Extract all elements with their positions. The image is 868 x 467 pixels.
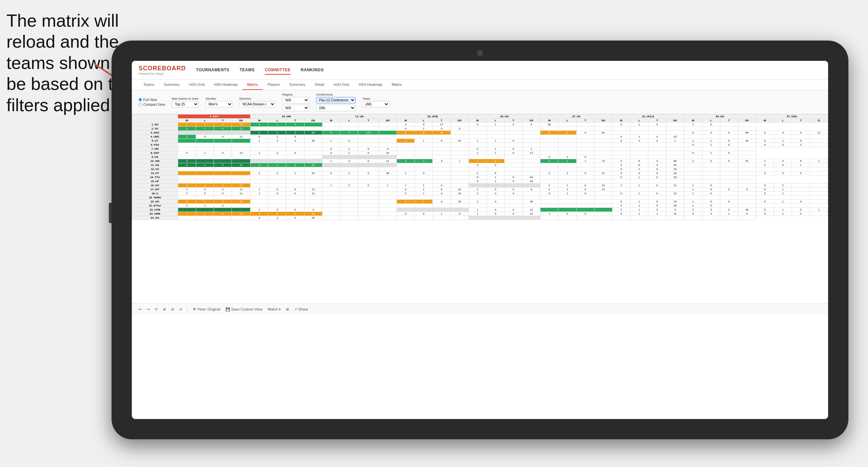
row-unm: 23. UNM	[132, 212, 178, 216]
sub-uo-t: T	[504, 119, 522, 123]
tab-detail[interactable]: Detail	[310, 80, 329, 90]
row-tamu: 19. TAMU	[132, 196, 178, 200]
row-uo: 16. UO	[132, 183, 178, 188]
team-filter: Team (All)	[362, 97, 389, 107]
target-button[interactable]: ⊙	[179, 307, 182, 312]
matrix-corner	[132, 115, 178, 123]
row-u: 18. U	[132, 192, 178, 196]
conference-select-2[interactable]: (All)	[316, 105, 356, 111]
division-label: Division	[239, 97, 275, 100]
sub-ua-l: L	[340, 119, 358, 123]
sub-osu-w: W	[756, 119, 774, 123]
table-row: 10. UW 4 13011 3041 72 04172 25066 12051…	[132, 159, 828, 163]
gender-filter: Gender Men's Women's	[206, 97, 233, 107]
table-row: 11. UA 01010 01010 30 40340 301	[132, 163, 828, 167]
grid-button[interactable]: ⊞	[286, 307, 289, 312]
division-filter: Division NCAA Division I NCAA Division I…	[239, 97, 275, 107]
tab-players[interactable]: Players	[263, 80, 285, 90]
toolbar-sep-1	[187, 306, 188, 312]
sub-uu-w: W	[684, 119, 702, 123]
sub-ucla-dif: Dif	[666, 119, 684, 123]
sub-tabs: Teams Summary H2H Grid H2H Heatmap Matri…	[132, 80, 828, 90]
sub-uo-l: L	[486, 119, 504, 123]
table-row: 22. UCB 1303 14012 0103 03044 0101	[132, 208, 828, 212]
full-view-radio[interactable]: Full View	[139, 98, 165, 102]
table-row: 7. UM 0100 0101	[132, 147, 828, 151]
table-row: 2. VU 12012 0100	[132, 127, 828, 131]
row-ut: 5. UT	[132, 139, 178, 143]
tab-h2h-grid-1[interactable]: H2H Grid	[184, 80, 209, 90]
save-custom-view-button[interactable]: 💾 Save Custom View	[225, 307, 263, 312]
table-row: 8. UAF 01014 120 01015 11011 010	[132, 151, 828, 155]
tab-h2h-heatmap-2[interactable]: H2H Heatmap	[354, 80, 387, 90]
app-header: SCOREBOARD Powered by clippd TOURNAMENTS…	[132, 61, 828, 80]
row-uaf: 8. UAF	[132, 151, 178, 155]
sub-uu-l: L	[702, 119, 720, 123]
sub-su-dif: Dif	[594, 119, 612, 123]
row-asu: 3. ASU	[132, 131, 178, 135]
tab-matrix[interactable]: Matrix	[242, 80, 263, 90]
redo-button[interactable]: ↪	[147, 307, 150, 312]
tab-matrix-2[interactable]: Matrix	[387, 80, 407, 90]
tab-teams[interactable]: Teams	[139, 80, 159, 90]
row-vu: 2. VU	[132, 127, 178, 131]
sub-su-l: L	[558, 119, 576, 123]
team-select[interactable]: (All)	[362, 101, 389, 107]
row-ua: 9. UA	[132, 155, 178, 159]
share-icon: ↗	[294, 307, 297, 312]
sub-uw-t: T	[286, 119, 304, 123]
sub-ucla-w: W	[612, 119, 630, 123]
table-row: 15. UF 01040	[132, 179, 828, 183]
share-button[interactable]: ↗ Share	[294, 307, 308, 312]
sub-asu-dif: Dif	[232, 119, 250, 123]
refresh-button[interactable]: ⟳	[155, 307, 158, 312]
app-logo-sub: Powered by clippd	[139, 72, 186, 75]
tab-summary-1[interactable]: Summary	[159, 80, 184, 90]
tablet-camera	[477, 50, 483, 56]
tab-summary-2[interactable]: Summary	[285, 80, 310, 90]
row-ug: 20. UG	[132, 200, 178, 204]
nav-rankings[interactable]: RANKINGS	[301, 66, 324, 75]
zoom-in-button[interactable]: ⊕	[163, 307, 166, 312]
table-row: 19. TAMU	[132, 196, 828, 200]
tab-h2h-grid-2[interactable]: H2H Grid	[329, 80, 354, 90]
table-row: 6. FSU 010 002	[132, 143, 828, 147]
region-select[interactable]: N/A West East	[282, 97, 309, 103]
col-header-osu: 57. OSU	[756, 115, 828, 119]
sub-ua-w: W	[322, 119, 340, 123]
max-teams-label: Max teams in view	[172, 97, 199, 100]
undo-button[interactable]: ↩	[139, 307, 142, 312]
table-row: 14. TTU 01040 01029	[132, 175, 828, 179]
table-row: 13. UT 22122 02030 10 26 22012 02018 030	[132, 171, 828, 175]
table-row: 23. UNM 200-21 20025 0010 10010 100 0111…	[132, 212, 828, 216]
table-row: 21. ETSU 010 01034 10	[132, 204, 828, 208]
eye-icon: 👁	[193, 307, 196, 311]
col-header-uo: 24. UO	[468, 115, 540, 119]
col-header-ucb: 22. UCB	[397, 115, 469, 119]
app-logo: SCOREBOARD	[139, 65, 186, 72]
tab-h2h-heatmap-1[interactable]: H2H Heatmap	[209, 80, 242, 90]
col-header-ucla: 31. UCLA	[612, 115, 684, 119]
row-git: 17. GIT	[132, 188, 178, 192]
nav-committee[interactable]: COMMITTEE	[265, 66, 291, 75]
table-row: 17. GIT 10011 10011 01010 1009 01013 100…	[132, 188, 828, 192]
row-ttu: 14. TTU	[132, 175, 178, 179]
matrix-wrapper[interactable]: 3. ASU 10. UW 11. UA 22. UCB 24. UO 27. …	[132, 114, 828, 303]
view-original-button[interactable]: 👁 View: Original	[193, 307, 220, 311]
row-unc: 4. UNC	[132, 135, 178, 139]
matrix-table: 3. ASU 10. UW 11. UA 22. UCB 24. UO 27. …	[132, 114, 828, 220]
zoom-out-button[interactable]: ⊖	[171, 307, 174, 312]
gender-select[interactable]: Men's Women's	[206, 101, 233, 107]
conference-select[interactable]: Pac-12 Conference (All)	[316, 97, 356, 103]
watch-button[interactable]: Watch ▾	[267, 307, 281, 312]
nav-teams[interactable]: TEAMS	[240, 66, 255, 75]
division-select[interactable]: NCAA Division I NCAA Division II NCAA Di…	[239, 101, 275, 107]
nav-tournaments[interactable]: TOURNAMENTS	[196, 66, 230, 75]
compact-view-radio[interactable]: Compact View	[139, 103, 165, 106]
table-row: 24. UO 02029	[132, 216, 828, 220]
sub-su-w: W	[540, 119, 558, 123]
region-select-2[interactable]: N/A	[282, 105, 309, 111]
sub-uu-dif: Dif	[738, 119, 756, 123]
sub-ucb-dif: Dif	[451, 119, 468, 123]
max-teams-select[interactable]: Top 25 Top 10 Top 50	[172, 101, 199, 107]
